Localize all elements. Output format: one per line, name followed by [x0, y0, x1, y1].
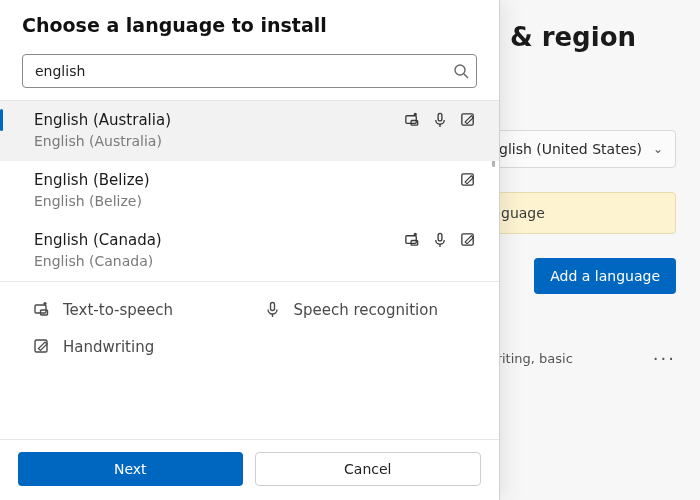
next-button[interactable]: Next [18, 452, 243, 486]
language-native-name: English (Australia) [34, 133, 477, 149]
language-item[interactable]: English (Australia)English (Australia) [0, 101, 499, 161]
feature-legend: Text-to-speech Speech recognition Handwr… [0, 281, 499, 370]
text-to-speech-icon [403, 231, 421, 249]
legend-tts: Text-to-speech [32, 300, 245, 319]
handwriting-icon [32, 337, 51, 356]
language-list: English (Australia)English (Australia)En… [0, 100, 499, 281]
cancel-button[interactable]: Cancel [255, 452, 482, 486]
language-name: English (Canada) [34, 231, 162, 249]
text-to-speech-icon [32, 300, 51, 319]
language-item[interactable]: English (Belize)English (Belize) [0, 161, 499, 221]
search-icon [446, 62, 476, 80]
feature-icons [403, 111, 477, 129]
dialog-title: Choose a language to install [22, 14, 477, 36]
search-input[interactable] [23, 63, 446, 79]
handwriting-icon [459, 171, 477, 189]
dialog-footer: Next Cancel [0, 439, 499, 500]
dialog-header: Choose a language to install [0, 0, 499, 46]
feature-icons [403, 231, 477, 249]
language-search[interactable] [22, 54, 477, 88]
microphone-icon [431, 231, 449, 249]
feature-icons [459, 171, 477, 189]
legend-speech-label: Speech recognition [294, 301, 438, 319]
handwriting-icon [459, 111, 477, 129]
language-native-name: English (Belize) [34, 193, 477, 209]
language-name: English (Belize) [34, 171, 150, 189]
handwriting-icon [459, 231, 477, 249]
language-item[interactable]: English (Canada)English (Canada) [0, 221, 499, 281]
modal-overlay: Choose a language to install English (Au… [0, 0, 700, 500]
selection-accent [0, 109, 3, 131]
legend-handwriting-label: Handwriting [63, 338, 154, 356]
language-name: English (Australia) [34, 111, 171, 129]
legend-tts-label: Text-to-speech [63, 301, 173, 319]
text-to-speech-icon [403, 111, 421, 129]
language-native-name: English (Canada) [34, 253, 477, 269]
legend-handwriting: Handwriting [32, 337, 245, 356]
microphone-icon [263, 300, 282, 319]
microphone-icon [431, 111, 449, 129]
install-language-dialog: Choose a language to install English (Au… [0, 0, 500, 500]
legend-speech: Speech recognition [263, 300, 476, 319]
